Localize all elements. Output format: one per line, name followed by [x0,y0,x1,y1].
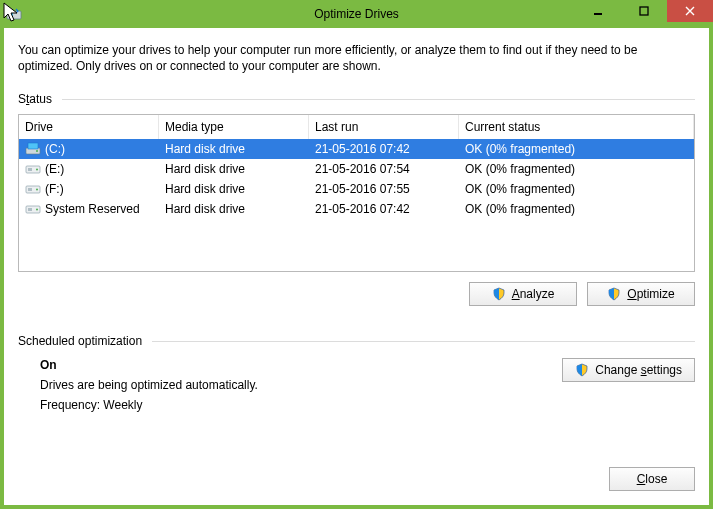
scheduled-section: Scheduled optimization On Drives are bei… [18,334,695,418]
svg-point-8 [36,169,38,171]
cell-lastrun: 21-05-2016 07:55 [309,182,459,196]
svg-rect-1 [9,13,13,17]
status-buttons: Analyze Optimize [18,282,695,306]
title-bar: Optimize Drives [0,0,713,28]
os-drive-icon [25,142,41,156]
cell-status: OK (0% fragmented) [459,202,694,216]
cell-media: Hard disk drive [159,142,309,156]
cell-drive: System Reserved [19,202,159,216]
svg-rect-3 [640,7,648,15]
hdd-icon [25,202,41,216]
cell-status: OK (0% fragmented) [459,142,694,156]
svg-rect-12 [28,188,32,191]
drive-name: (C:) [45,142,65,156]
status-label-text: Status [18,92,52,106]
scheduled-section-label: Scheduled optimization [18,334,695,348]
drive-name: (F:) [45,182,64,196]
scheduled-state: On [40,358,562,372]
hdd-icon [25,182,41,196]
cell-lastrun: 21-05-2016 07:54 [309,162,459,176]
optimize-button-label: Optimize [627,287,674,301]
cell-lastrun: 21-05-2016 07:42 [309,202,459,216]
cell-media: Hard disk drive [159,162,309,176]
uac-shield-icon [607,287,621,301]
cell-status: OK (0% fragmented) [459,182,694,196]
analyze-button[interactable]: Analyze [469,282,577,306]
cell-drive: (C:) [19,142,159,156]
status-section-label: Status [18,92,695,106]
table-row[interactable]: (E:)Hard disk drive21-05-2016 07:54OK (0… [19,159,694,179]
intro-text: You can optimize your drives to help you… [18,42,695,74]
drive-name: System Reserved [45,202,140,216]
svg-point-6 [36,150,38,152]
table-row[interactable]: System ReservedHard disk drive21-05-2016… [19,199,694,219]
uac-shield-icon [492,287,506,301]
close-button[interactable]: Close [609,467,695,491]
col-header-media[interactable]: Media type [159,115,309,139]
col-header-drive[interactable]: Drive [19,115,159,139]
close-button-label: Close [637,472,668,486]
svg-rect-5 [28,143,38,149]
svg-point-14 [36,209,38,211]
svg-rect-15 [28,208,32,211]
cell-media: Hard disk drive [159,182,309,196]
listview-header[interactable]: Drive Media type Last run Current status [19,115,694,139]
divider [62,99,695,100]
scheduled-label-text: Scheduled optimization [18,334,142,348]
close-window-button[interactable] [667,0,713,22]
scheduled-freq: Frequency: Weekly [40,398,562,412]
cell-drive: (E:) [19,162,159,176]
uac-shield-icon [575,363,589,377]
table-row[interactable]: (C:)Hard disk drive21-05-2016 07:42OK (0… [19,139,694,159]
footer-buttons: Close [609,467,695,491]
change-settings-button[interactable]: Change settings [562,358,695,382]
col-header-status[interactable]: Current status [459,115,694,139]
col-header-lastrun[interactable]: Last run [309,115,459,139]
divider [152,341,695,342]
cell-drive: (F:) [19,182,159,196]
analyze-button-label: Analyze [512,287,555,301]
minimize-button[interactable] [575,0,621,22]
optimize-button[interactable]: Optimize [587,282,695,306]
cell-media: Hard disk drive [159,202,309,216]
drive-name: (E:) [45,162,64,176]
change-settings-label: Change settings [595,363,682,377]
hdd-icon [25,162,41,176]
maximize-button[interactable] [621,0,667,22]
cell-lastrun: 21-05-2016 07:42 [309,142,459,156]
client-area: You can optimize your drives to help you… [0,28,713,509]
scheduled-desc: Drives are being optimized automatically… [40,378,562,392]
svg-rect-2 [594,13,602,15]
cell-status: OK (0% fragmented) [459,162,694,176]
svg-point-11 [36,189,38,191]
svg-rect-9 [28,168,32,171]
scheduled-info: On Drives are being optimized automatica… [40,358,562,418]
window-controls [575,0,713,22]
drives-listview[interactable]: Drive Media type Last run Current status… [18,114,695,272]
table-row[interactable]: (F:)Hard disk drive21-05-2016 07:55OK (0… [19,179,694,199]
app-icon [6,6,22,22]
